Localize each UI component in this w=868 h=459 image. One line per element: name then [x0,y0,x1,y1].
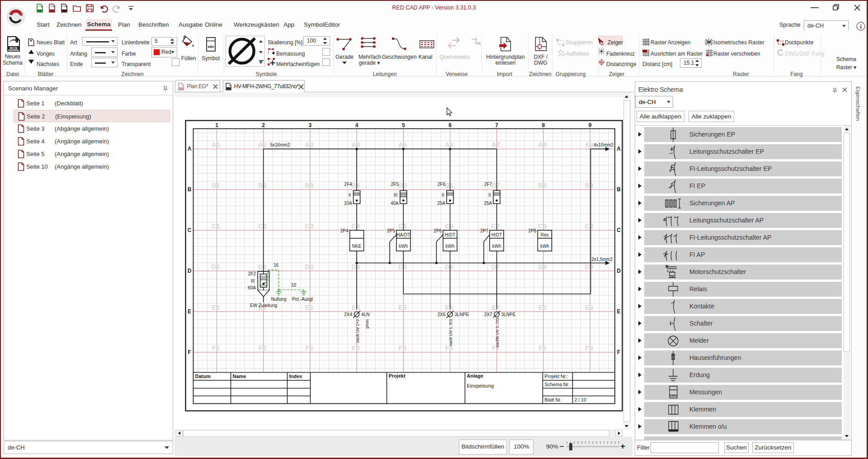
svg-text:F: F [617,349,620,355]
svg-text:D1: D1 [212,263,220,270]
svg-text:D3: D3 [305,263,313,270]
svg-text:60A: 60A [248,285,256,290]
svg-text:8: 8 [542,122,545,128]
svg-text:Projekt Nr.:: Projekt Nr.: [545,374,568,379]
svg-text:B5: B5 [398,181,407,189]
svg-text:HA/DT: HA/DT [396,232,410,237]
svg-text:F9: F9 [585,344,593,352]
svg-text:A3: A3 [305,141,313,148]
svg-text:B8: B8 [538,181,547,189]
svg-text:Anlage: Anlage [467,373,484,379]
svg-text:C3: C3 [305,222,313,230]
svg-text:D4: D4 [352,263,361,270]
svg-text:A2: A2 [258,141,267,148]
svg-text:E4: E4 [352,303,360,311]
svg-text:A: A [188,146,192,152]
svg-text:1: 1 [215,122,218,128]
svg-text:D: D [188,268,192,274]
svg-text:D2: D2 [258,263,267,270]
svg-text:plom.: plom. [365,318,369,328]
svg-text:II: II [488,193,491,198]
svg-text:2F4: 2F4 [344,182,352,187]
svg-text:Datum: Datum [195,374,211,379]
svg-text:F3: F3 [305,344,313,352]
svg-text:EW Zuleitung: EW Zuleitung [250,303,277,308]
svg-text:E: E [188,308,191,315]
svg-text:C6: C6 [445,222,453,230]
svg-text:A9: A9 [585,141,594,148]
svg-text:kWh: kWh [670,393,677,397]
svg-text:2P6: 2P6 [434,228,442,233]
svg-text:2F7: 2F7 [484,182,492,187]
svg-text:B3: B3 [305,181,313,189]
svg-text:H/DT: H/DT [491,232,502,237]
svg-text:kWh: kWh [399,244,408,249]
svg-text:10: 10 [291,283,297,288]
svg-text:2X7: 2X7 [484,312,492,317]
svg-text:kWh: kWh [208,45,214,48]
svg-text:C9: C9 [585,222,594,230]
svg-text:C4: C4 [352,222,361,230]
svg-text:E1: E1 [212,303,220,311]
svg-text:3LNPE: 3LNPE [455,312,469,317]
svg-text:7: 7 [495,122,498,128]
svg-text:H/DT: H/DT [445,232,455,237]
svg-text:B6: B6 [445,181,453,189]
svg-text:kWh: kWh [540,244,549,249]
svg-text:2P4: 2P4 [340,228,349,233]
svg-text:B9: B9 [585,181,594,189]
svg-text:A8: A8 [538,141,547,148]
svg-text:RCS: RCS [10,46,18,50]
svg-text:2x1,5mm2: 2x1,5mm2 [591,257,613,262]
svg-text:i: i [860,23,862,30]
svg-text:6: 6 [448,122,452,128]
svg-text:Pot.-Ausgl: Pot.-Ausgl [292,297,313,302]
svg-text:C5: C5 [398,222,407,230]
svg-text:A5: A5 [398,141,407,148]
svg-text:Blatt Nr.: Blatt Nr. [545,397,561,402]
svg-text:F4: F4 [352,344,360,352]
svg-text:nach UV 1+2: nach UV 1+2 [355,319,360,343]
svg-text:E8: E8 [538,303,547,311]
svg-text:B: B [617,186,621,193]
svg-text:16: 16 [274,263,279,268]
svg-text:5x16mm2: 5x16mm2 [270,142,290,147]
svg-text:F1: F1 [212,344,220,352]
svg-text:B7: B7 [491,181,500,189]
svg-text:10A: 10A [344,201,352,206]
svg-text:II: II [442,193,444,198]
svg-text:II: II [349,193,351,198]
svg-text:4: 4 [355,122,359,128]
svg-text:2 / 10: 2 / 10 [575,397,586,402]
svg-text:nachh UV 2, OG: nachh UV 2, OG [495,317,500,347]
svg-text:2: 2 [262,122,265,128]
svg-text:A4: A4 [352,141,361,148]
svg-text:E7: E7 [492,303,500,311]
svg-text:2F5: 2F5 [391,182,399,187]
svg-text:nach UV 1, EG: nach UV 1, EG [448,319,453,346]
svg-text:5: 5 [402,122,405,128]
svg-text:Index: Index [289,374,303,379]
svg-text:A: A [617,146,621,152]
svg-text:E: E [617,308,620,315]
svg-text:D9: D9 [585,263,594,270]
svg-text:C: C [617,227,621,233]
svg-text:Nullung: Nullung [271,297,287,302]
svg-text:9: 9 [589,122,592,128]
svg-text:F2: F2 [259,344,267,352]
svg-text:A7: A7 [491,141,500,148]
svg-text:2X4: 2X4 [344,312,352,317]
svg-text:Res: Res [541,232,549,237]
svg-text:F5: F5 [399,344,407,352]
svg-text:A1: A1 [212,141,220,148]
svg-text:D8: D8 [538,263,547,270]
svg-text:F8: F8 [538,344,547,352]
svg-text:D5: D5 [398,263,407,270]
svg-text:Einspeisung: Einspeisung [467,383,494,388]
svg-text:kWh: kWh [446,244,455,249]
svg-text:E5: E5 [398,303,406,311]
svg-text:2P7: 2P7 [480,228,488,233]
svg-text:III: III [394,193,397,198]
svg-text:Name: Name [233,374,246,379]
svg-text:B1: B1 [212,181,220,189]
